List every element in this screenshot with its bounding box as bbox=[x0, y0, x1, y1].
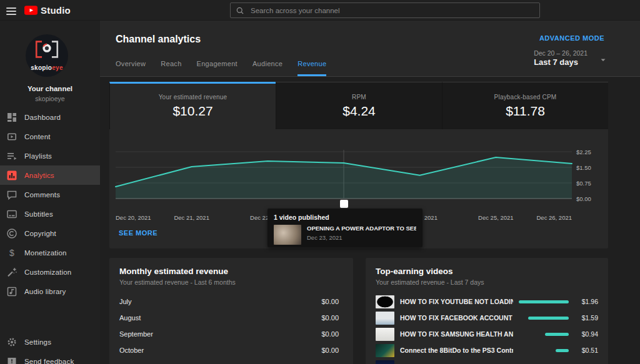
tab[interactable]: Reach bbox=[161, 60, 181, 76]
sidebar-item-label: Subtitles bbox=[24, 210, 53, 218]
video-row[interactable]: HOW TO FIX SAMSUNG HEALTH AND STRA... $0… bbox=[376, 326, 598, 342]
your-channel-label: Your channel bbox=[0, 85, 100, 92]
table-row: July $0.00 bbox=[119, 293, 343, 310]
sidebar-item[interactable]: Content bbox=[0, 127, 100, 146]
metric-card[interactable]: Your estimated revenue $10.27 bbox=[109, 82, 276, 129]
top-earning-videos-card: Top-earning videos Your estimated revenu… bbox=[366, 258, 608, 364]
video-revenue: $0.94 bbox=[574, 330, 598, 338]
month-label: August bbox=[119, 314, 141, 322]
sidebar-item[interactable]: Copyright bbox=[0, 224, 100, 243]
tab[interactable]: Engagement bbox=[197, 60, 238, 76]
see-more-link[interactable]: SEE MORE bbox=[119, 229, 158, 237]
video-row[interactable]: HOW TO FIX YOUTUBE NOT LOADING VIDE... $… bbox=[376, 293, 598, 310]
video-row[interactable]: Connect the 8BitDo to the PS3 Controller… bbox=[376, 342, 598, 358]
video-thumbnail bbox=[376, 312, 394, 325]
metric-label: Playback-based CPM bbox=[442, 94, 608, 101]
metric-card[interactable]: Playback-based CPM $11.78 bbox=[442, 82, 608, 129]
tab[interactable]: Audience bbox=[252, 60, 282, 76]
month-value: $0.00 bbox=[321, 314, 343, 322]
card-subtitle: Your estimated revenue - Last 7 days bbox=[376, 278, 598, 286]
revenue-chart-svg[interactable] bbox=[116, 150, 572, 199]
metric-label: RPM bbox=[276, 94, 442, 101]
tab-label: Revenue bbox=[298, 60, 326, 67]
sidebar-footer-nav: Settings Send feedback bbox=[0, 332, 100, 364]
youtube-studio-logo[interactable]: Studio bbox=[24, 5, 71, 16]
avatar-text-accent: eye bbox=[52, 64, 63, 71]
chevron-down-icon[interactable] bbox=[599, 56, 608, 64]
month-value: $0.00 bbox=[321, 298, 343, 305]
tooltip-video-date: Dec 23, 2021 bbox=[307, 234, 416, 241]
metric-card[interactable]: RPM $4.24 bbox=[276, 82, 442, 129]
sidebar-item-label: Customization bbox=[24, 268, 71, 276]
topbar: Studio bbox=[0, 0, 640, 21]
sidebar-item-label: Copyright bbox=[24, 230, 56, 237]
tab-label: Engagement bbox=[197, 60, 238, 67]
sidebar-item[interactable]: Customization bbox=[0, 262, 100, 282]
tooltip-header: 1 video published bbox=[274, 214, 416, 221]
sidebar-item[interactable]: Send feedback bbox=[0, 352, 100, 364]
video-thumbnail bbox=[376, 328, 394, 341]
video-title: HOW TO FIX FACEBOOK ACCOUNT TEMPO... bbox=[400, 314, 513, 322]
sidebar-item[interactable]: Audio library bbox=[0, 282, 100, 301]
y-axis-label: $0.00 bbox=[576, 195, 591, 202]
tab[interactable]: Overview bbox=[116, 60, 146, 76]
card-title: Monthly estimated revenue bbox=[119, 267, 343, 276]
search-input[interactable] bbox=[251, 7, 534, 14]
table-row: November $0.00 bbox=[119, 358, 343, 364]
monetization-icon bbox=[6, 247, 18, 258]
month-value: $0.00 bbox=[321, 330, 343, 338]
audio-library-icon bbox=[6, 286, 18, 297]
copyright-icon bbox=[6, 228, 18, 239]
youtube-logo-icon bbox=[24, 6, 38, 15]
y-axis-label: $0.75 bbox=[576, 180, 591, 187]
sidebar-item[interactable]: Comments bbox=[0, 185, 100, 204]
sidebar-item-label: Content bbox=[24, 133, 51, 140]
tooltip-video-title: OPENING A POWER ADAPTOR TO SEE ... bbox=[307, 225, 416, 232]
metric-value: $10.27 bbox=[110, 104, 276, 119]
video-bar-track bbox=[519, 349, 569, 352]
sidebar: skopioeye Your channel skopioeye Dashboa… bbox=[0, 21, 100, 364]
avatar-text-primary: skopio bbox=[31, 64, 52, 71]
sidebar-item-label: Comments bbox=[24, 191, 60, 199]
menu-icon[interactable] bbox=[6, 7, 16, 15]
sidebar-item-label: Playlists bbox=[24, 152, 52, 160]
brand-text: Studio bbox=[41, 5, 71, 16]
video-row[interactable]: HOW TO FIX BROADCOM 802.11 ABG... $0.41 bbox=[376, 358, 598, 364]
sidebar-nav: Dashboard Content Playlists Analytics bbox=[0, 107, 100, 301]
metric-value: $11.78 bbox=[442, 104, 608, 119]
monthly-revenue-card: Monthly estimated revenue Your estimated… bbox=[109, 258, 353, 364]
sidebar-item[interactable]: Analytics bbox=[0, 165, 100, 185]
advanced-mode-link[interactable]: ADVANCED MODE bbox=[539, 34, 604, 42]
video-title: HOW TO FIX SAMSUNG HEALTH AND STRA... bbox=[400, 330, 513, 338]
tab-label: Reach bbox=[161, 60, 181, 67]
sidebar-item[interactable]: Subtitles bbox=[0, 204, 100, 224]
sidebar-item[interactable]: Dashboard bbox=[0, 107, 100, 127]
sidebar-item-label: Settings bbox=[24, 338, 51, 346]
customization-icon bbox=[6, 267, 18, 278]
sidebar-item[interactable]: Monetization bbox=[0, 243, 100, 262]
table-row: September $0.00 bbox=[119, 326, 343, 342]
tab-label: Overview bbox=[116, 60, 146, 67]
video-thumbnail[interactable] bbox=[274, 225, 301, 245]
video-row[interactable]: HOW TO FIX FACEBOOK ACCOUNT TEMPO... $1.… bbox=[376, 310, 598, 326]
month-label: July bbox=[119, 298, 132, 305]
date-range-picker[interactable]: Dec 20 – 26, 2021 Last 7 days bbox=[534, 49, 588, 67]
channel-avatar[interactable]: skopioeye bbox=[26, 34, 68, 77]
tab[interactable]: Revenue bbox=[298, 60, 326, 76]
x-axis-label: Dec 20, 2021 bbox=[116, 214, 151, 221]
sidebar-item-label: Send feedback bbox=[24, 358, 74, 364]
video-thumbnail bbox=[376, 360, 394, 364]
x-axis-label: Dec 21, 2021 bbox=[174, 214, 209, 221]
sidebar-item[interactable]: Playlists bbox=[0, 146, 100, 165]
card-title: Top-earning videos bbox=[376, 267, 598, 276]
metric-value: $4.24 bbox=[276, 104, 442, 119]
search-box[interactable] bbox=[230, 2, 540, 18]
card-subtitle: Your estimated revenue - Last 6 months bbox=[119, 278, 343, 286]
feedback-icon bbox=[6, 356, 18, 364]
month-value: $0.00 bbox=[321, 347, 343, 354]
video-title: Connect the 8BitDo to the PS3 Controller bbox=[400, 347, 513, 354]
timeline-video-marker[interactable] bbox=[340, 200, 348, 208]
sidebar-item[interactable]: Settings bbox=[0, 332, 100, 352]
content-icon bbox=[6, 131, 18, 142]
analytics-icon bbox=[6, 170, 18, 181]
